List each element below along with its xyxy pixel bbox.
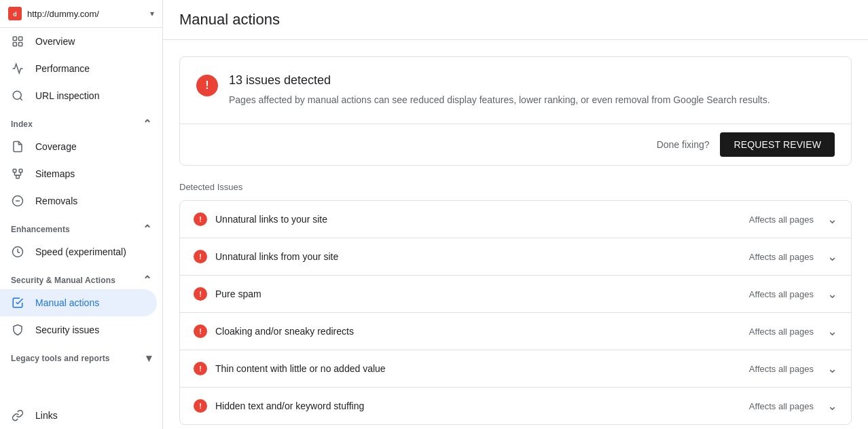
issue-name-4: Thin content with little or no added val… <box>215 363 741 374</box>
main-content: Manual actions ! 13 issues detected Page… <box>163 0 868 429</box>
sidebar-item-sitemaps[interactable]: Sitemaps <box>0 160 157 187</box>
issue-expand-icon-0: ⌄ <box>827 212 837 227</box>
issue-expand-icon-4: ⌄ <box>827 361 837 376</box>
issue-error-icon-1: ! <box>194 250 207 263</box>
svg-rect-3 <box>19 37 22 40</box>
issue-row-pure-spam[interactable]: ! Pure spam Affects all pages ⌄ <box>180 276 851 313</box>
alert-error-icon: ! <box>196 75 218 96</box>
section-security[interactable]: Security & Manual Actions ⌃ <box>0 265 162 289</box>
sidebar-item-manual-actions-label: Manual actions <box>35 297 99 308</box>
issue-row-unnatural-links-to[interactable]: ! Unnatural links to your site Affects a… <box>180 201 851 238</box>
sidebar-item-performance-label: Performance <box>35 63 90 74</box>
issue-scope-3: Affects all pages <box>749 327 814 337</box>
issue-expand-icon-3: ⌄ <box>827 324 837 339</box>
issue-row-hidden-text[interactable]: ! Hidden text and/or keyword stuffing Af… <box>180 388 851 424</box>
alert-body: ! 13 issues detected Pages affected by m… <box>180 57 851 124</box>
sidebar-item-coverage[interactable]: Coverage <box>0 133 157 160</box>
issue-expand-icon-1: ⌄ <box>827 249 837 264</box>
section-enhancements[interactable]: Enhancements ⌃ <box>0 214 162 238</box>
issue-expand-icon-5: ⌄ <box>827 398 837 413</box>
issue-row-cloaking-redirects[interactable]: ! Cloaking and/or sneaky redirects Affec… <box>180 313 851 350</box>
alert-card: ! 13 issues detected Pages affected by m… <box>179 56 852 166</box>
coverage-icon <box>11 140 24 153</box>
svg-text:d: d <box>13 11 17 18</box>
sidebar-item-security-issues-label: Security issues <box>35 324 99 335</box>
section-enhancements-label: Enhancements <box>11 225 70 234</box>
sidebar-item-url-inspection-label: URL inspection <box>35 90 99 101</box>
issues-list: ! Unnatural links to your site Affects a… <box>179 200 852 425</box>
issue-scope-1: Affects all pages <box>749 252 814 262</box>
sidebar: d http://dummy.com/ ▾ Overview Performan… <box>0 0 163 429</box>
issue-name-2: Pure spam <box>215 288 741 299</box>
speed-icon <box>11 245 24 259</box>
svg-line-7 <box>20 98 22 100</box>
issue-scope-0: Affects all pages <box>749 214 814 225</box>
svg-rect-8 <box>13 169 16 172</box>
sidebar-item-security-issues[interactable]: Security issues <box>0 316 157 343</box>
site-dropdown-icon: ▾ <box>150 9 154 18</box>
alert-issue-count: 13 issues detected <box>229 73 770 88</box>
sidebar-item-coverage-label: Coverage <box>35 141 77 152</box>
svg-point-6 <box>13 91 21 99</box>
alert-footer: Done fixing? REQUEST REVIEW <box>180 124 851 165</box>
sidebar-item-removals-label: Removals <box>35 195 77 206</box>
sidebar-item-links-label: Links <box>35 410 58 421</box>
sidebar-item-overview-label: Overview <box>35 36 75 47</box>
site-url: http://dummy.com/ <box>27 9 145 19</box>
removals-icon <box>11 194 24 208</box>
issue-scope-4: Affects all pages <box>749 364 814 374</box>
section-legacy[interactable]: Legacy tools and reports ▾ <box>0 343 162 367</box>
issue-error-icon-0: ! <box>194 212 207 226</box>
sitemaps-icon <box>11 167 24 181</box>
issue-name-0: Unnatural links to your site <box>215 214 741 225</box>
issue-name-3: Cloaking and/or sneaky redirects <box>215 326 741 337</box>
section-index-label: Index <box>11 119 33 129</box>
section-legacy-chevron: ▾ <box>146 352 151 365</box>
site-selector[interactable]: d http://dummy.com/ ▾ <box>0 0 162 28</box>
svg-rect-9 <box>19 169 22 172</box>
sidebar-item-sitemaps-label: Sitemaps <box>35 168 75 179</box>
request-review-button[interactable]: REQUEST REVIEW <box>720 132 835 157</box>
issue-row-unnatural-links-from[interactable]: ! Unnatural links from your site Affects… <box>180 238 851 276</box>
manual-actions-icon <box>11 296 24 310</box>
page-header: Manual actions <box>163 0 868 40</box>
sidebar-item-overview[interactable]: Overview <box>0 28 157 55</box>
security-issues-icon <box>11 323 24 337</box>
alert-text: 13 issues detected Pages affected by man… <box>229 73 770 107</box>
issue-scope-5: Affects all pages <box>749 401 814 411</box>
section-security-chevron: ⌃ <box>143 274 151 286</box>
issue-error-icon-5: ! <box>194 399 207 413</box>
issue-expand-icon-2: ⌄ <box>827 286 837 301</box>
sidebar-item-speed-label: Speed (experimental) <box>35 246 126 257</box>
sidebar-item-speed[interactable]: Speed (experimental) <box>0 238 157 265</box>
sidebar-item-performance[interactable]: Performance <box>0 55 157 82</box>
issue-error-icon-4: ! <box>194 362 207 375</box>
section-index[interactable]: Index ⌃ <box>0 109 162 133</box>
svg-rect-4 <box>13 43 16 46</box>
issue-name-1: Unnatural links from your site <box>215 251 741 262</box>
issue-name-5: Hidden text and/or keyword stuffing <box>215 400 741 411</box>
section-security-label: Security & Manual Actions <box>11 276 115 285</box>
sidebar-item-links[interactable]: Links <box>0 402 157 429</box>
svg-rect-2 <box>13 37 16 40</box>
svg-rect-5 <box>19 43 22 46</box>
links-icon <box>11 409 24 422</box>
issue-error-icon-3: ! <box>194 324 207 338</box>
section-enhancements-chevron: ⌃ <box>143 223 151 236</box>
issue-scope-2: Affects all pages <box>749 289 814 299</box>
page-title: Manual actions <box>179 11 852 29</box>
alert-description: Pages affected by manual actions can see… <box>229 93 770 107</box>
sidebar-item-manual-actions[interactable]: Manual actions <box>0 289 157 316</box>
site-favicon: d <box>8 7 22 20</box>
issue-row-thin-content[interactable]: ! Thin content with little or no added v… <box>180 350 851 388</box>
detected-issues-label: Detected Issues <box>179 182 852 192</box>
overview-icon <box>11 35 24 48</box>
sidebar-item-url-inspection[interactable]: URL inspection <box>0 82 157 109</box>
done-fixing-label: Done fixing? <box>657 139 710 150</box>
performance-icon <box>11 62 24 75</box>
section-legacy-label: Legacy tools and reports <box>11 354 110 363</box>
sidebar-item-removals[interactable]: Removals <box>0 187 157 214</box>
section-index-chevron: ⌃ <box>143 117 151 130</box>
content-area: ! 13 issues detected Pages affected by m… <box>163 40 868 429</box>
url-inspection-icon <box>11 89 24 102</box>
